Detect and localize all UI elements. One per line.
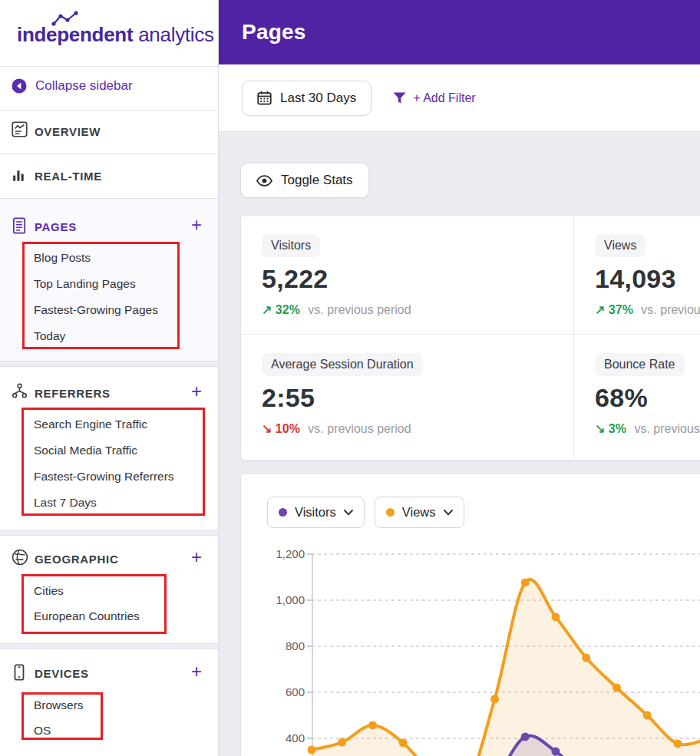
sidebar-item-blog-posts[interactable]: Blog Posts [34,250,91,266]
sidebar-item-top-landing-pages[interactable]: Top Landing Pages [34,276,136,292]
date-range-label: Last 30 Days [280,91,356,106]
add-filter-button[interactable]: + Add Filter [393,91,475,105]
stat-change: ↗ 37% [595,303,633,316]
legend-visitors-dropdown[interactable]: Visitors [267,497,365,528]
stats-panel: Visitors 5,222 ↗ 32% vs. previous period… [240,215,700,461]
sidebar-item-european-countries[interactable]: European Countries [34,609,140,624]
stat-value: 68% [595,383,700,413]
referrers-icon [12,383,28,399]
stat-change-row: ↘ 10% vs. previous period [262,421,573,436]
eye-icon [256,175,272,187]
stat-label: Visitors [262,234,320,257]
logo-word-light: analytics [138,23,213,46]
add-referrers-view-button[interactable]: + [187,382,206,401]
trend-up-icon: ↗ [262,303,272,316]
sidebar-item-geographic[interactable]: GEOGRAPHIC [35,553,119,566]
main-area: Pages Last 30 Days + Add Filter [219,0,700,756]
sidebar-item-referrers[interactable]: REFERRERS [35,387,111,400]
devices-icon [12,664,27,681]
toolbar: Last 30 Days + Add Filter [219,64,700,132]
add-pages-view-button[interactable]: + [187,216,206,234]
add-geographic-view-button[interactable]: + [187,548,206,566]
sidebar-item-os[interactable]: OS [34,723,51,738]
stat-value: 2:55 [262,383,573,413]
visitors-color-dot [279,508,287,517]
stat-compare: vs. previous period [308,422,411,435]
collapse-sidebar-button[interactable]: Collapse sidebar [12,78,133,94]
stat-change: ↘ 10% [262,422,300,435]
funnel-icon [393,92,406,104]
stat-label: Average Session Duration [262,353,423,376]
traffic-chart-card: Visitors Views 1,2001,000800600400 [240,474,700,756]
logo-word-bold: independent [17,23,133,46]
add-filter-label: + Add Filter [413,91,475,105]
legend-views-label: Views [402,505,436,520]
overview-icon [12,121,28,137]
stat-change-row: ↗ 32% vs. previous period [262,302,573,317]
views-color-dot [386,508,395,517]
pages-icon [12,217,27,234]
toggle-stats-button[interactable]: Toggle Stats [240,163,369,198]
collapse-sidebar-label: Collapse sidebar [35,78,133,94]
svg-text:1,000: 1,000 [276,593,305,606]
add-devices-view-button[interactable]: + [187,662,206,681]
sidebar-item-today[interactable]: Today [34,328,65,344]
stat-card-views: Views 14,093 ↗ 37% vs. previous period [574,216,700,335]
sidebar-item-devices[interactable]: DEVICES [35,667,89,680]
sidebar: independent analytics Collapse sidebar O… [0,0,219,756]
stat-change: ↗ 32% [262,303,300,316]
date-range-button[interactable]: Last 30 Days [242,81,371,116]
traffic-line-chart: 1,2001,000800600400 [267,547,700,756]
stat-change-row: ↘ 3% vs. previous period [595,421,700,436]
stat-card-bounce-rate: Bounce Rate 68% ↘ 3% vs. previous period [574,335,700,460]
sidebar-item-fastest-growing-referrers[interactable]: Fastest-Growing Referrers [34,469,174,484]
stat-card-visitors: Visitors 5,222 ↗ 32% vs. previous period [241,216,574,335]
svg-text:400: 400 [286,731,305,744]
legend-visitors-label: Visitors [295,505,336,520]
svg-text:600: 600 [286,685,305,698]
stat-change: ↘ 3% [595,422,626,435]
trend-down-icon: ↘ [595,422,605,435]
collapse-arrow-icon [12,78,27,94]
legend-views-dropdown[interactable]: Views [375,497,464,528]
stat-card-session-duration: Average Session Duration 2:55 ↘ 10% vs. … [241,335,574,460]
stat-change-row: ↗ 37% vs. previous period [595,302,700,317]
stat-compare: vs. previous period [308,303,411,316]
sidebar-item-social-media-traffic[interactable]: Social Media Traffic [34,443,137,458]
page-header: Pages [219,0,700,64]
chevron-down-icon [444,510,453,516]
app-logo: independent analytics [17,23,214,47]
chevron-down-icon [344,510,353,516]
chart-legend: Visitors Views [267,497,700,528]
content-area: Toggle Stats Visitors 5,222 ↗ 32% vs. pr… [219,132,700,756]
sidebar-item-realtime[interactable]: REAL-TIME [35,170,102,183]
trend-down-icon: ↘ [262,422,272,435]
toggle-stats-label: Toggle Stats [281,173,353,188]
stat-value: 14,093 [595,264,700,294]
geographic-icon [12,549,28,566]
sidebar-item-cities[interactable]: Cities [34,583,64,599]
trend-up-icon: ↗ [595,303,605,316]
page-title: Pages [242,20,306,45]
stat-value: 5,222 [262,264,573,294]
sidebar-item-search-engine-traffic[interactable]: Search Engine Traffic [34,417,147,432]
sidebar-item-fastest-growing-pages[interactable]: Fastest-Growing Pages [34,302,158,318]
calendar-icon [257,91,272,105]
sidebar-item-last-7-days[interactable]: Last 7 Days [34,495,97,510]
sidebar-item-pages[interactable]: PAGES [35,220,77,233]
stat-compare: vs. previous period [641,303,700,316]
stat-label: Bounce Rate [595,353,685,376]
sidebar-item-overview[interactable]: OVERVIEW [35,125,101,138]
svg-text:1,200: 1,200 [276,547,305,560]
sidebar-item-browsers[interactable]: Browsers [34,698,84,713]
realtime-icon [12,167,28,183]
stat-compare: vs. previous period [634,422,700,435]
stat-label: Views [595,234,646,257]
svg-text:800: 800 [286,639,305,652]
